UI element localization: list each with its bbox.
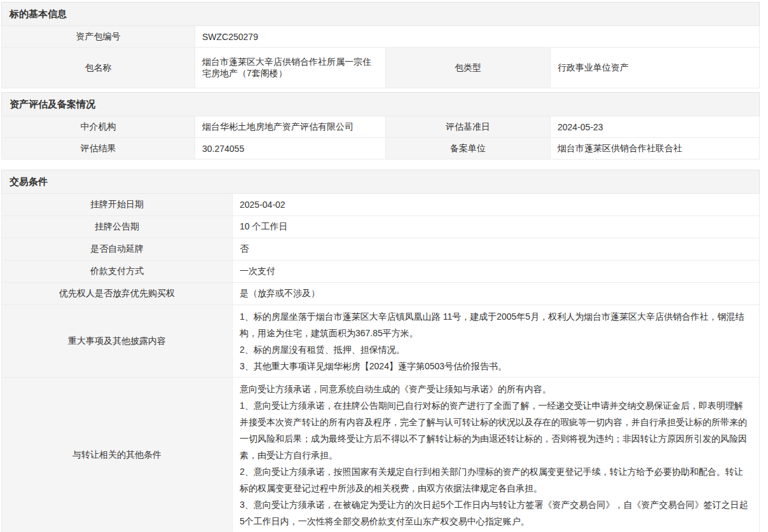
field-value: 烟台华彬土地房地产资产评估有限公司 [195,116,386,137]
table-row: 价款支付方式 一次支付 [2,261,759,283]
field-value: SWZC250279 [195,26,759,47]
field-label: 评估结果 [2,138,195,159]
field-value: 2025-04-02 [233,194,759,215]
field-value: 10 个工作日 [233,216,759,238]
field-value: 意向受让方须承诺，同意系统自动生成的《资产受让须知与承诺》的所有内容。 1、意向… [233,378,759,532]
section-header-appraisal: 资产评估及备案情况 [1,92,760,116]
table-row: 包名称 烟台市蓬莱区大辛店供销合作社所属一宗住宅房地产（7套阁楼） 包类型 行政… [2,48,759,88]
table-row: 资产包编号 SWZC250279 [2,26,759,48]
field-label: 挂牌公告期 [2,216,233,238]
table-row: 优先权人是否放弃优先购买权 是（放弃或不涉及） [2,283,759,305]
table-row: 重大事项及其他披露内容 1、标的房屋坐落于烟台市蓬莱区大辛店镇凤凰山路 11号，… [2,305,759,378]
field-value: 30.274055 [195,138,386,159]
section-header-trade-conditions: 交易条件 [1,170,760,194]
field-label: 挂牌开始日期 [2,194,233,215]
field-label: 与转让相关的其他条件 [2,378,233,532]
section-title: 标的基本信息 [10,8,67,20]
field-label: 备案单位 [386,138,551,159]
asset-detail-table: 标的基本信息 资产包编号 SWZC250279 包名称 烟台市蓬莱区大辛店供销合… [1,2,760,532]
condition-line: 3、意向受让方须承诺，在被确定为受让方的次日起5个工作日内与转让方签署《资产交易… [240,496,751,529]
disclosure-line: 3、其他重大事项详见烟华彬房【2024】蓬字第0503号估价报告书。 [240,358,751,374]
field-label: 包名称 [2,48,195,88]
table-row: 是否自动延牌 否 [2,238,759,261]
table-row: 挂牌公告期 10 个工作日 [2,216,759,238]
section-title: 交易条件 [10,176,48,188]
section-body-appraisal: 中介机构 烟台华彬土地房地产资产评估有限公司 评估基准日 2024-05-23 … [1,116,760,160]
condition-line: 2、意向受让方须承诺，按照国家有关规定自行到相关部门办理标的资产的权属变更登记手… [240,463,751,496]
field-value: 1、标的房屋坐落于烟台市蓬莱区大辛店镇凤凰山路 11号，建成于2005年5月，权… [233,305,759,377]
field-label: 价款支付方式 [2,261,233,282]
field-value: 行政事业单位资产 [551,48,759,88]
section-title: 资产评估及备案情况 [10,99,95,111]
disclosure-line: 2、标的房屋没有租赁、抵押、担保情况。 [240,341,751,358]
field-label: 中介机构 [2,116,195,137]
disclosure-line: 1、标的房屋坐落于烟台市蓬莱区大辛店镇凤凰山路 11号，建成于2005年5月，权… [240,308,751,341]
field-label: 是否自动延牌 [2,238,233,260]
table-row: 评估结果 30.274055 备案单位 烟台市蓬莱区供销合作社联合社 [2,138,759,160]
field-label: 包类型 [386,48,551,88]
field-label: 重大事项及其他披露内容 [2,305,233,377]
field-value: 2024-05-23 [551,116,759,137]
field-value: 一次支付 [233,261,759,282]
table-row: 与转让相关的其他条件 意向受让方须承诺，同意系统自动生成的《资产受让须知与承诺》… [2,378,759,532]
section-body-trade-conditions: 挂牌开始日期 2025-04-02 挂牌公告期 10 个工作日 是否自动延牌 否… [1,194,760,532]
section-header-basic-info: 标的基本信息 [1,2,760,26]
table-row: 中介机构 烟台华彬土地房地产资产评估有限公司 评估基准日 2024-05-23 [2,116,759,138]
field-value: 否 [233,238,759,260]
condition-line: 意向受让方须承诺，同意系统自动生成的《资产受让须知与承诺》的所有内容。 [240,381,751,397]
table-row: 挂牌开始日期 2025-04-02 [2,194,759,216]
section-body-basic-info: 资产包编号 SWZC250279 包名称 烟台市蓬莱区大辛店供销合作社所属一宗住… [1,26,760,88]
field-value: 是（放弃或不涉及） [233,283,759,304]
field-label: 评估基准日 [386,116,551,137]
field-value: 烟台市蓬莱区供销合作社联合社 [551,138,759,159]
field-label: 优先权人是否放弃优先购买权 [2,283,233,304]
condition-line: 1、意向受让方须承诺，在挂牌公告期间已自行对标的资产进行了全面了解，一经递交受让… [240,397,751,463]
field-value: 烟台市蓬莱区大辛店供销合作社所属一宗住宅房地产（7套阁楼） [195,48,386,88]
field-label: 资产包编号 [2,26,195,47]
